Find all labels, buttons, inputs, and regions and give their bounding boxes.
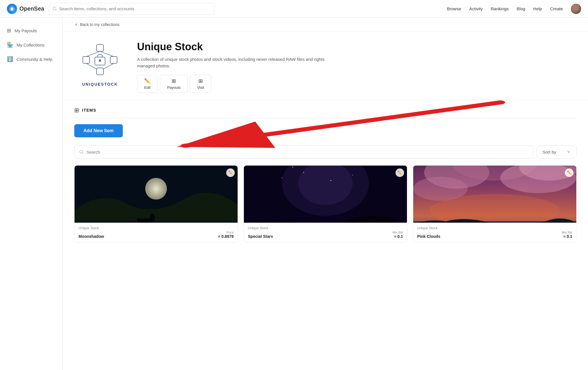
item-price: ≡ 0.1	[392, 234, 403, 239]
visit-label: Visit	[197, 85, 204, 90]
payouts-icon: ⊞	[172, 78, 176, 84]
back-link-text: Back to my collections	[80, 22, 120, 27]
logo-icon	[7, 4, 17, 14]
visit-button[interactable]: ⊞ Visit	[190, 75, 211, 93]
item-edit-button[interactable]: ✏️	[396, 168, 404, 177]
svg-rect-7	[97, 68, 103, 75]
svg-point-50	[352, 175, 353, 176]
nav-browse[interactable]: Browse	[447, 6, 461, 11]
item-name: Moonshadow	[79, 234, 104, 239]
items-search-box[interactable]	[74, 145, 533, 158]
svg-point-49	[330, 180, 331, 181]
item-collection-label: Unique Stock	[248, 226, 403, 230]
item-thumbnail	[244, 166, 407, 223]
sidebar-item-community-help[interactable]: ℹ️ Community & Help	[0, 52, 63, 66]
sidebar-label-my-collections: My Collections	[17, 43, 45, 47]
item-collection-label: Unique Stock	[417, 226, 572, 230]
back-link[interactable]: Back to my collections	[63, 18, 588, 32]
svg-point-16	[80, 150, 83, 153]
svg-point-48	[303, 172, 304, 173]
nav-rankings[interactable]: Rankings	[491, 6, 509, 11]
items-section: ⊞ ITEMS Add New Item Sort by	[63, 100, 588, 249]
collection-logo-text: UNIQUESTOCK	[82, 82, 118, 87]
item-card-body: Unique Stock Moonshadow Price ≡ 0.8879	[75, 223, 238, 242]
svg-line-17	[82, 153, 83, 154]
item-card: ✏️ Unique Stock Moonshadow Price ≡ 0.887…	[74, 165, 238, 242]
svg-point-1	[11, 9, 13, 11]
nav-blog[interactable]: Blog	[517, 6, 525, 11]
avatar[interactable]	[571, 4, 581, 14]
sidebar-item-my-collections[interactable]: 🏪 My Collections	[0, 38, 63, 52]
logo-text: OpenSea	[19, 5, 44, 12]
svg-point-2	[53, 7, 56, 10]
info-icon: ℹ️	[7, 56, 13, 62]
svg-rect-4	[97, 45, 103, 51]
visit-icon: ⊞	[198, 78, 203, 84]
item-price: ≡ 0.8879	[218, 234, 234, 239]
item-card-body: Unique Stock Special Stars Min Bid ≡ 0.1	[244, 223, 407, 242]
item-price-label: Price	[218, 231, 234, 234]
add-new-item-button[interactable]: Add New Item	[74, 124, 123, 137]
search-icon	[53, 7, 57, 11]
nav-create[interactable]: Create	[550, 6, 563, 11]
layout: ⊞ My Payouts 🏪 My Collections ℹ️ Communi…	[0, 0, 588, 370]
sort-label: Sort by	[543, 150, 556, 154]
svg-point-31	[150, 214, 155, 222]
item-collection-label: Unique Stock	[79, 226, 234, 230]
sidebar-label-community-help: Community & Help	[17, 57, 52, 62]
item-name: Special Stars	[248, 234, 273, 239]
item-details-row: Moonshadow Price ≡ 0.8879	[79, 231, 234, 239]
items-header: ⊞ ITEMS	[74, 107, 577, 114]
item-price-label: Min Bid	[562, 231, 572, 234]
header-search-box[interactable]	[49, 3, 214, 15]
sidebar-item-my-payouts[interactable]: ⊞ My Payouts	[0, 23, 63, 38]
edit-button[interactable]: ✏️ Edit	[137, 75, 158, 93]
item-name: Pink Clouds	[417, 234, 440, 239]
item-edit-button[interactable]: ✏️	[565, 168, 573, 177]
logo-link[interactable]: OpenSea	[7, 4, 44, 14]
collection-logo-image	[77, 41, 123, 81]
edit-label: Edit	[144, 85, 150, 90]
collection-header: UNIQUESTOCK Unique Stock A collection of…	[63, 32, 588, 100]
store-icon: 🏪	[7, 42, 13, 48]
collection-actions: ✏️ Edit ⊞ Payouts ⊞ Visit	[137, 75, 577, 93]
chevron-left-icon	[74, 23, 78, 27]
collection-info: Unique Stock A collection of unique stoc…	[137, 41, 577, 93]
item-thumbnail	[413, 166, 576, 223]
sort-button[interactable]: Sort by	[537, 145, 577, 158]
collection-title: Unique Stock	[137, 41, 577, 53]
chevron-down-icon	[567, 150, 571, 154]
payouts-button[interactable]: ⊞ Payouts	[160, 75, 188, 93]
svg-point-26	[145, 178, 167, 200]
edit-icon: ✏️	[144, 78, 150, 84]
item-card-body: Unique Stock Pink Clouds Min Bid ≡ 0.1	[413, 223, 576, 242]
nav-activity[interactable]: Activity	[469, 6, 483, 11]
grid-icon: ⊞	[7, 27, 11, 34]
item-thumbnail	[75, 166, 238, 223]
collection-description: A collection of unique stock photos and …	[137, 56, 337, 69]
collection-logo: UNIQUESTOCK	[74, 41, 126, 87]
svg-line-3	[55, 9, 56, 10]
item-details-row: Pink Clouds Min Bid ≡ 0.1	[417, 231, 572, 239]
search-icon	[79, 150, 84, 154]
item-price-label: Min Bid	[392, 231, 403, 234]
items-grid-icon: ⊞	[74, 107, 79, 114]
items-search-input[interactable]	[87, 150, 528, 154]
item-details-row: Special Stars Min Bid ≡ 0.1	[248, 231, 403, 239]
svg-point-9	[99, 59, 101, 62]
nav-help[interactable]: Help	[533, 6, 542, 11]
items-divider	[74, 118, 577, 118]
svg-rect-5	[83, 57, 90, 63]
svg-rect-27	[75, 221, 238, 223]
sidebar-label-my-payouts: My Payouts	[15, 28, 37, 33]
item-card: ✏️ Unique Stock Special Stars Min Bid ≡ …	[244, 165, 407, 242]
items-title: ITEMS	[82, 108, 96, 112]
payouts-label: Payouts	[167, 85, 180, 90]
search-row: Sort by	[74, 145, 577, 158]
sidebar: ⊞ My Payouts 🏪 My Collections ℹ️ Communi…	[0, 18, 63, 370]
item-edit-button[interactable]: ✏️	[226, 168, 235, 177]
svg-rect-6	[110, 57, 117, 63]
item-price: ≡ 0.1	[562, 234, 572, 239]
search-input[interactable]	[59, 6, 211, 11]
main-header: OpenSea Browse Activity Rankings Blog He…	[0, 0, 588, 18]
